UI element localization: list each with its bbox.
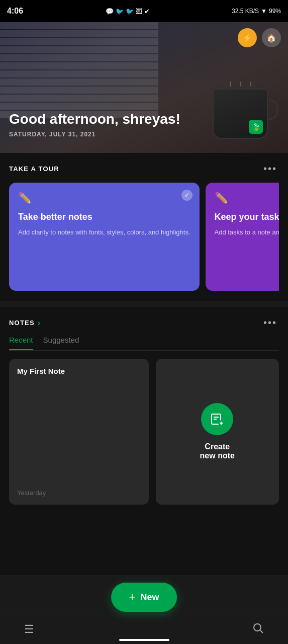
fab-label: New <box>140 592 159 603</box>
status-icons: 💬 🐦 🐦 🖼 ✔ <box>106 8 150 15</box>
create-note-card[interactable]: Createnew note <box>156 359 279 505</box>
status-bar: 4:06 💬 🐦 🐦 🖼 ✔ 32.5 KB/S ▼ 99% <box>0 0 288 22</box>
blind-stripe <box>0 46 158 53</box>
tab-suggested[interactable]: Suggested <box>43 336 79 350</box>
card-desc-tasks: Add tasks to a note and manage them... <box>215 227 279 237</box>
network-speed: 32.5 KB/S <box>232 8 259 15</box>
tour-header: Take a Tour ••• <box>9 163 279 175</box>
blind-stripe <box>0 87 158 94</box>
create-note-label: Createnew note <box>200 442 235 460</box>
new-fab-button[interactable]: + New <box>111 583 177 612</box>
search-button[interactable] <box>248 618 268 641</box>
hero-section: 🍃 ⚡ 🏠 Good afternoon, shreyas! Saturday,… <box>0 22 288 153</box>
tour-card-notes[interactable]: ✓ ✏️ Take better notes Add clarity to no… <box>9 183 200 291</box>
pencil-icon: ✏️ <box>18 192 190 205</box>
steam-wisp <box>230 82 231 87</box>
hero-mug: 🍃 <box>208 77 273 143</box>
note-cards: My First Note Yesterday Createnew note <box>9 359 279 575</box>
fab-container: + New <box>111 583 177 612</box>
gallery-icon: 🖼 <box>136 8 142 15</box>
note-title: My First Note <box>17 367 141 375</box>
create-note-icon <box>201 403 233 435</box>
menu-icon: ☰ <box>24 623 34 635</box>
hero-top-icons: ⚡ 🏠 <box>238 28 281 47</box>
card-title-tasks: Keep your tasks on track <box>215 212 279 222</box>
pencil-icon-2: ✏️ <box>215 192 279 205</box>
steam-wisp <box>250 82 251 87</box>
twitter-icon-1: 🐦 <box>116 8 124 15</box>
mug-steam <box>225 77 255 87</box>
notes-section: Notes › ••• Recent Suggested My First No… <box>0 307 288 575</box>
blind-stripe <box>0 95 158 102</box>
notes-title-wrap[interactable]: Notes › <box>9 318 40 328</box>
nav-indicator <box>119 639 169 641</box>
svg-line-7 <box>260 630 263 633</box>
blind-stripe <box>0 54 158 61</box>
hero-content: Good afternoon, shreyas! Saturday, July … <box>9 111 180 138</box>
evernote-leaf-icon: 🍃 <box>249 120 263 134</box>
check-icon: ✔ <box>144 8 150 15</box>
card-check-icon: ✓ <box>181 190 193 201</box>
tour-title: Take a Tour <box>9 165 59 173</box>
tour-section: Take a Tour ••• ✓ ✏️ Take better notes A… <box>0 153 288 301</box>
tab-recent[interactable]: Recent <box>9 336 33 350</box>
note-timestamp: Yesterday <box>17 489 141 497</box>
search-icon <box>252 624 264 636</box>
blind-stripe <box>0 38 158 45</box>
tour-more-button[interactable]: ••• <box>261 163 279 175</box>
notes-tabs: Recent Suggested <box>9 336 279 351</box>
blind-stripe <box>0 103 158 110</box>
bottom-nav: ☰ <box>0 614 288 644</box>
lightning-icon: ⚡ <box>242 33 252 43</box>
signal-icon: ▼ <box>261 8 267 15</box>
notes-arrow-icon: › <box>38 318 40 328</box>
mug-body: 🍃 <box>213 89 268 139</box>
notes-header: Notes › ••• <box>9 317 279 329</box>
svg-point-6 <box>254 624 261 631</box>
status-time: 4:06 <box>7 7 23 16</box>
menu-button[interactable]: ☰ <box>20 619 38 640</box>
notes-title: Notes <box>9 319 35 327</box>
home-icon: 🏠 <box>266 33 276 43</box>
twitter-icon-2: 🐦 <box>126 8 134 15</box>
note-card-first[interactable]: My First Note Yesterday <box>9 359 149 505</box>
hero-date: Saturday, July 31, 2021 <box>9 131 180 138</box>
blind-stripe <box>0 62 158 69</box>
blind-stripe <box>0 22 158 29</box>
lightning-button[interactable]: ⚡ <box>238 28 257 47</box>
notes-more-button[interactable]: ••• <box>261 317 279 329</box>
steam-wisp <box>240 82 241 87</box>
blind-stripe <box>0 30 158 37</box>
card-desc-notes: Add clarity to notes with fonts, styles,… <box>18 227 190 237</box>
tour-cards: ✓ ✏️ Take better notes Add clarity to no… <box>9 183 279 301</box>
battery: 99% <box>269 8 281 15</box>
tour-card-tasks[interactable]: ✏️ Keep your tasks on track Add tasks to… <box>206 183 279 291</box>
whatsapp-icon: 💬 <box>106 8 114 15</box>
blind-stripe <box>0 70 158 77</box>
hero-greeting: Good afternoon, shreyas! <box>9 111 180 128</box>
blind-stripe <box>0 78 158 86</box>
card-title-notes: Take better notes <box>18 212 190 222</box>
status-right: 32.5 KB/S ▼ 99% <box>232 8 281 15</box>
home-button[interactable]: 🏠 <box>262 28 281 47</box>
fab-plus-icon: + <box>129 591 136 604</box>
